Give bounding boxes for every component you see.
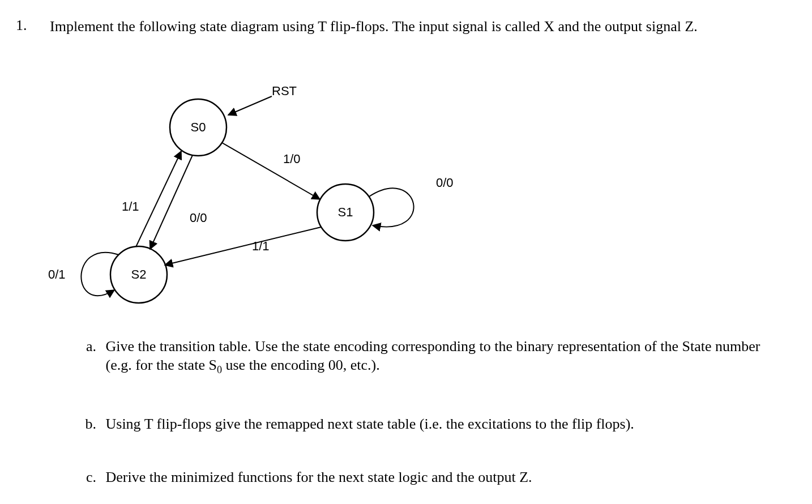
svg-line-0 <box>228 96 272 115</box>
edge-s1-s2-label: 1/1 <box>252 239 270 253</box>
part-b: b. Using T flip-flops give the remapped … <box>102 415 798 434</box>
svg-line-7 <box>165 227 321 265</box>
problem-intro: Implement the following state diagram us… <box>50 17 797 36</box>
edge-s0-s2-label: 0/0 <box>190 211 207 225</box>
part-c-text: Derive the minimized functions for the n… <box>106 468 774 487</box>
edge-s0-s1-label: 1/0 <box>283 152 301 166</box>
part-b-label: b. <box>74 415 102 434</box>
part-c-label: c. <box>74 468 102 487</box>
edge-s2-s2-label: 0/1 <box>48 267 66 281</box>
part-a-label: a. <box>74 338 102 356</box>
svg-line-6 <box>136 151 181 247</box>
svg-line-4 <box>222 143 320 199</box>
part-a-text: Give the transition table. Use the state… <box>106 338 774 375</box>
svg-line-5 <box>150 155 193 249</box>
edge-s2-s0-label: 1/1 <box>122 199 139 213</box>
part-c: c. Derive the minimized functions for th… <box>102 468 798 487</box>
rst-label: RST <box>272 84 297 98</box>
page: 1. Implement the following state diagram… <box>0 0 812 504</box>
state-diagram: RST S0 S1 S2 1/0 0/0 1/1 1/1 0/0 <box>28 79 538 334</box>
edge-s1-s1-label: 0/0 <box>436 176 454 190</box>
part-b-text: Using T flip-flops give the remapped nex… <box>106 415 774 434</box>
state-s0-label: S0 <box>191 120 206 134</box>
problem-number: 1. <box>16 17 27 34</box>
state-s2-label: S2 <box>131 267 147 281</box>
state-s1-label: S1 <box>338 205 353 219</box>
part-a: a. Give the transition table. Use the st… <box>102 338 798 375</box>
